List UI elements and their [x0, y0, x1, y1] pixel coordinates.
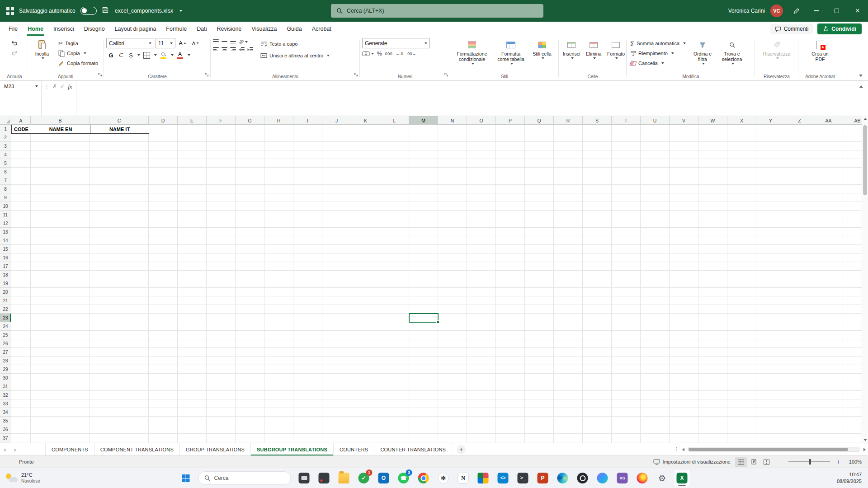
search-bar[interactable]: Cerca (ALT+X)	[331, 4, 543, 18]
row-header-34[interactable]: 34	[0, 408, 11, 417]
bold-button[interactable]: G	[106, 51, 116, 60]
row-header-27[interactable]: 27	[0, 348, 11, 357]
zoom-out-button[interactable]: −	[777, 458, 784, 465]
column-header-Q[interactable]: Q	[525, 116, 554, 125]
row-header-17[interactable]: 17	[0, 262, 11, 271]
github-icon[interactable]	[574, 469, 592, 487]
tab-formule[interactable]: Formule	[161, 22, 192, 36]
column-header-K[interactable]: K	[351, 116, 380, 125]
cell-styles-button[interactable]: Stili cella	[530, 38, 554, 59]
decrease-indent-button[interactable]	[239, 47, 245, 52]
font-size-combo[interactable]: 11	[156, 38, 175, 48]
column-header-A[interactable]: A	[11, 116, 31, 125]
copilot-icon[interactable]	[594, 469, 612, 487]
delete-cells-button[interactable]: Elimina	[584, 38, 603, 59]
outlook-icon[interactable]: O	[375, 469, 393, 487]
cells-area[interactable]: CODENAME ENNAME IT	[11, 125, 868, 443]
tab-guida[interactable]: Guida	[282, 22, 307, 36]
conditional-formatting-button[interactable]: Formattazione condizionale	[453, 38, 491, 65]
column-header-D[interactable]: D	[149, 116, 178, 125]
allineamento-dialog-launcher[interactable]	[354, 70, 358, 79]
row-header-15[interactable]: 15	[0, 245, 11, 253]
sheet-tab-subgroup-translations[interactable]: SUBGROUP TRANSLATIONS	[251, 443, 334, 455]
cancel-entry-button[interactable]: ✗	[52, 83, 57, 89]
weather-widget[interactable]: 21°C Nuvoloso	[5, 468, 40, 488]
user-name[interactable]: Veronica Carini	[728, 8, 765, 14]
sheet-tab-group-translations[interactable]: GROUP TRANSLATIONS	[180, 443, 251, 455]
vertical-scrollbar[interactable]	[862, 116, 868, 443]
increase-decimal-button[interactable]: ←.0	[396, 52, 403, 56]
column-header-H[interactable]: H	[264, 116, 293, 125]
column-header-J[interactable]: J	[322, 116, 351, 125]
photos-icon[interactable]	[474, 469, 492, 487]
column-header-W[interactable]: W	[698, 116, 727, 125]
row-header-20[interactable]: 20	[0, 288, 11, 296]
hscroll-right-icon[interactable]	[863, 448, 866, 451]
zoom-level[interactable]: 100%	[846, 459, 862, 465]
horizontal-scrollbar[interactable]	[688, 447, 860, 452]
zoom-slider-thumb[interactable]	[809, 459, 811, 465]
format-painter-button[interactable]: Copia formato	[57, 59, 99, 68]
ribbon-collapse-button[interactable]	[859, 75, 863, 77]
column-header-R[interactable]: R	[554, 116, 583, 125]
select-all-corner[interactable]	[0, 116, 11, 125]
row-header-32[interactable]: 32	[0, 391, 11, 399]
chrome-icon[interactable]	[415, 469, 433, 487]
sheet-tab-counters[interactable]: COUNTERS	[334, 443, 374, 455]
tab-disegno[interactable]: Disegno	[79, 22, 110, 36]
tasks-icon[interactable]: ✓1	[355, 469, 373, 487]
column-header-S[interactable]: S	[583, 116, 612, 125]
confirm-entry-button[interactable]: ✓	[60, 83, 65, 89]
tab-acrobat[interactable]: Acrobat	[307, 22, 336, 36]
number-format-combo[interactable]: Generale	[362, 38, 430, 48]
minimize-button[interactable]	[806, 0, 826, 22]
row-header-5[interactable]: 5	[0, 159, 11, 168]
autosum-button[interactable]: Σ Somma automatica	[629, 39, 687, 48]
column-header-U[interactable]: U	[641, 116, 670, 125]
start-button[interactable]	[177, 469, 194, 487]
sheet-nav-next-button[interactable]: ›	[10, 443, 20, 455]
row-header-21[interactable]: 21	[0, 296, 11, 305]
cell-B1[interactable]: NAME EN	[31, 125, 90, 134]
column-header-F[interactable]: F	[207, 116, 236, 125]
row-header-33[interactable]: 33	[0, 399, 11, 408]
sheet-tab-component-translations[interactable]: COMPONENT TRANSLATIONS	[94, 443, 180, 455]
align-bottom-button[interactable]	[230, 39, 236, 44]
sensitivity-button[interactable]: Riservatezza	[759, 38, 795, 59]
row-header-10[interactable]: 10	[0, 202, 11, 211]
row-header-37[interactable]: 37	[0, 434, 11, 442]
format-cells-button[interactable]: Formato	[605, 38, 626, 59]
row-header-13[interactable]: 13	[0, 228, 11, 236]
row-header-6[interactable]: 6	[0, 168, 11, 176]
undo-button[interactable]	[9, 38, 20, 48]
terminal-icon[interactable]: >_	[514, 469, 532, 487]
column-header-AA[interactable]: AA	[814, 116, 843, 125]
settings-icon[interactable]: ⚙	[653, 469, 671, 487]
decrease-decimal-button[interactable]: .00→	[406, 52, 416, 56]
scroll-up-icon[interactable]	[863, 118, 867, 120]
taskbar-clock[interactable]: 10:47 08/09/2025	[837, 468, 862, 488]
align-right-button[interactable]	[230, 47, 236, 52]
visual-studio-icon[interactable]: VS	[613, 469, 632, 487]
fill-color-button[interactable]	[157, 50, 169, 60]
format-as-table-button[interactable]: Formatta come tabella	[494, 38, 528, 65]
column-header-E[interactable]: E	[178, 116, 207, 125]
row-header-30[interactable]: 30	[0, 374, 11, 382]
zoom-slider[interactable]	[788, 461, 830, 462]
firefox-icon[interactable]	[633, 469, 651, 487]
redo-button[interactable]	[9, 48, 20, 58]
app-launcher-icon[interactable]	[6, 7, 14, 15]
hscroll-left-icon[interactable]	[682, 448, 684, 451]
row-header-29[interactable]: 29	[0, 365, 11, 374]
pen-mode-button[interactable]	[787, 0, 806, 22]
column-header-C[interactable]: C	[90, 116, 149, 125]
row-header-8[interactable]: 8	[0, 185, 11, 193]
fill-button[interactable]: Riempimento	[629, 49, 687, 58]
row-header-28[interactable]: 28	[0, 357, 11, 365]
row-header-36[interactable]: 36	[0, 425, 11, 434]
cell-A1[interactable]: CODE	[11, 125, 31, 134]
tab-layout-di-pagina[interactable]: Layout di pagina	[110, 22, 161, 36]
clear-button[interactable]: Cancella	[629, 59, 687, 68]
scroll-down-icon[interactable]	[863, 439, 867, 441]
column-header-G[interactable]: G	[236, 116, 264, 125]
